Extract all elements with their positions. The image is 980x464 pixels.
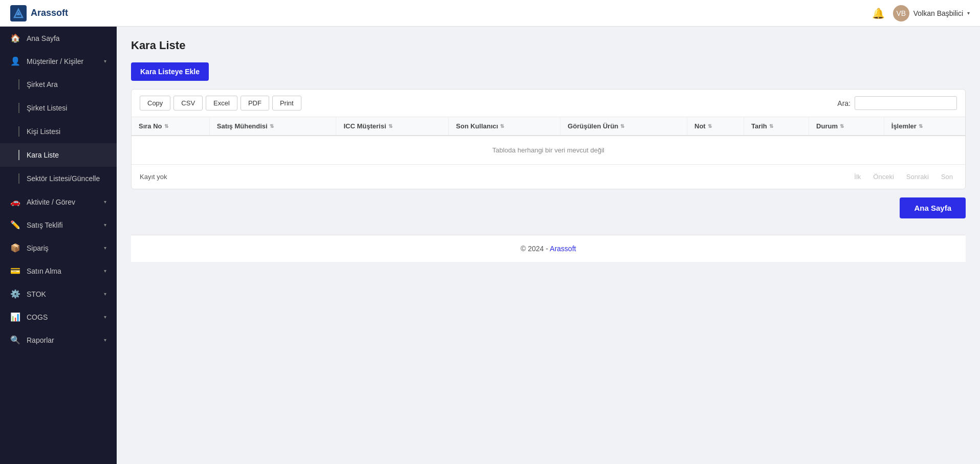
app-header: Arassoft 🔔 VB Volkan Başbilici ▾ [0,0,980,27]
sidebar-item-stok[interactable]: ⚙️ STOK ▾ [0,282,117,305]
data-table: Sıra No ⇅ Satış Mühendisi ⇅ [132,117,965,164]
sidebar-item-raporlar[interactable]: 🔍 Raporlar ▾ [0,328,117,351]
th-label: Satış Mühendisi [217,122,268,130]
search-input[interactable] [855,96,957,110]
toolbar-left: Copy CSV Excel PDF Print [140,96,301,111]
home-icon: 🏠 [10,33,20,43]
indent-bar [18,150,19,160]
logo[interactable]: Arassoft [10,5,68,21]
sidebar-item-label: Kara Liste [27,151,106,159]
sidebar-item-satis-teklifi[interactable]: ✏️ Satış Teklifi ▾ [0,213,117,236]
pagination-buttons: İlk Önceki Sonraki Son [850,171,957,183]
add-to-blacklist-button[interactable]: Kara Listeye Ekle [131,62,209,81]
next-page-button[interactable]: Sonraki [902,171,933,183]
th-sira-no[interactable]: Sıra No ⇅ [132,117,209,136]
sidebar-item-sirket-listesi[interactable]: Şirket Listesi [0,96,117,120]
sort-icon: ⇅ [769,123,773,129]
sort-icon: ⇅ [164,123,168,129]
sort-icon: ⇅ [840,123,844,129]
sidebar-item-ana-sayfa[interactable]: 🏠 Ana Sayfa [0,27,117,50]
prev-page-button[interactable]: Önceki [869,171,898,183]
ana-sayfa-button[interactable]: Ana Sayfa [900,197,966,218]
th-not[interactable]: Not ⇅ [687,117,744,136]
sidebar-item-sektor-listesi[interactable]: Sektör Listesi/Güncelle [0,167,117,190]
sidebar-item-label: Ana Sayfa [27,34,106,42]
sidebar-item-satin-alma[interactable]: 💳 Satın Alma ▾ [0,259,117,282]
sidebar-item-label: Kişi Listesi [27,127,106,136]
chevron-icon: ▾ [104,337,106,343]
copy-button[interactable]: Copy [140,96,170,111]
th-son-kullanici[interactable]: Son Kullanıcı ⇅ [449,117,560,136]
header-right: 🔔 VB Volkan Başbilici ▾ [872,5,970,21]
sidebar-item-cogs[interactable]: 📊 COGS ▾ [0,305,117,328]
chevron-icon: ▾ [104,245,106,251]
pdf-button[interactable]: PDF [241,96,269,111]
footer-link[interactable]: Arassoft [550,245,576,253]
th-gorusulen-urun[interactable]: Görüşülen Ürün ⇅ [560,117,687,136]
toolbar-right: Ara: [837,96,957,110]
empty-message: Tabloda herhangi bir veri mevcut değil [132,136,965,164]
person-icon: 👤 [10,56,20,66]
sidebar-item-label: Raporlar [27,336,98,344]
sort-icon: ⇅ [620,123,624,129]
sidebar-item-kara-liste[interactable]: Kara Liste [0,143,117,167]
search-label: Ara: [837,99,851,107]
sidebar-item-aktivite-gorev[interactable]: 🚗 Aktivite / Görev ▾ [0,190,117,213]
th-durum[interactable]: Durum ⇅ [809,117,884,136]
chevron-icon: ▾ [104,199,106,205]
no-records-label: Kayıt yok [140,173,167,181]
last-page-button[interactable]: Son [937,171,957,183]
sidebar-item-label: Satın Alma [27,267,98,275]
box-icon: 📦 [10,243,20,253]
chevron-icon: ▾ [104,291,106,297]
indent-bar [18,79,19,90]
csv-button[interactable]: CSV [173,96,203,111]
th-islemler[interactable]: İşlemler ⇅ [884,117,965,136]
logo-text: Arassoft [31,8,68,18]
th-label: Not [694,122,706,130]
chevron-icon: ▾ [104,222,106,228]
sidebar-item-label: Şirket Listesi [27,104,106,112]
th-satis-muhendisi[interactable]: Satış Mühendisi ⇅ [209,117,336,136]
th-label: İşlemler [891,122,917,130]
sidebar-item-label: STOK [27,290,98,298]
user-info[interactable]: VB Volkan Başbilici ▾ [893,5,970,21]
th-label: Tarih [751,122,767,130]
bell-icon[interactable]: 🔔 [872,7,885,19]
footer-text: © 2024 - [520,245,550,253]
sidebar-item-label: Satış Teklifi [27,221,98,229]
chevron-down-icon: ▾ [967,10,970,16]
sidebar-item-siparis[interactable]: 📦 Sipariş ▾ [0,236,117,259]
sort-icon: ⇅ [270,123,274,129]
edit-icon: ✏️ [10,220,20,230]
table-toolbar: Copy CSV Excel PDF Print Ara: [132,90,965,117]
sidebar-item-sirket-ara[interactable]: Şirket Ara [0,73,117,96]
print-button[interactable]: Print [272,96,301,111]
indent-bar [18,103,19,113]
sidebar-item-label: Aktivite / Görev [27,198,98,206]
main-content: Kara Liste Kara Listeye Ekle Copy CSV Ex… [117,27,980,464]
sidebar-item-label: COGS [27,313,98,321]
sidebar-item-label: Şirket Ara [27,80,106,89]
sort-icon: ⇅ [500,123,504,129]
sidebar-item-label: Sipariş [27,244,98,252]
sidebar-item-kisi-listesi[interactable]: Kişi Listesi [0,120,117,143]
page-title: Kara Liste [131,39,966,52]
excel-button[interactable]: Excel [206,96,237,111]
th-label: Görüşülen Ürün [568,122,618,130]
app-body: 🏠 Ana Sayfa 👤 Müşteriler / Kişiler ▾ Şir… [0,27,980,464]
sort-icon: ⇅ [388,123,393,129]
th-label: ICC Müşterisi [343,122,386,130]
sort-icon: ⇅ [919,123,923,129]
logo-icon [10,5,27,21]
first-page-button[interactable]: İlk [850,171,865,183]
th-tarih[interactable]: Tarih ⇅ [744,117,809,136]
indent-bar [18,126,19,137]
avatar: VB [893,5,909,21]
sidebar-item-musteriler-kisiler[interactable]: 👤 Müşteriler / Kişiler ▾ [0,50,117,73]
th-label: Son Kullanıcı [456,122,498,130]
card-icon: 💳 [10,266,20,276]
chart-icon: 📊 [10,312,20,322]
th-icc-musterisi[interactable]: ICC Müşterisi ⇅ [336,117,449,136]
home-button-wrapper: Ana Sayfa [131,197,966,218]
